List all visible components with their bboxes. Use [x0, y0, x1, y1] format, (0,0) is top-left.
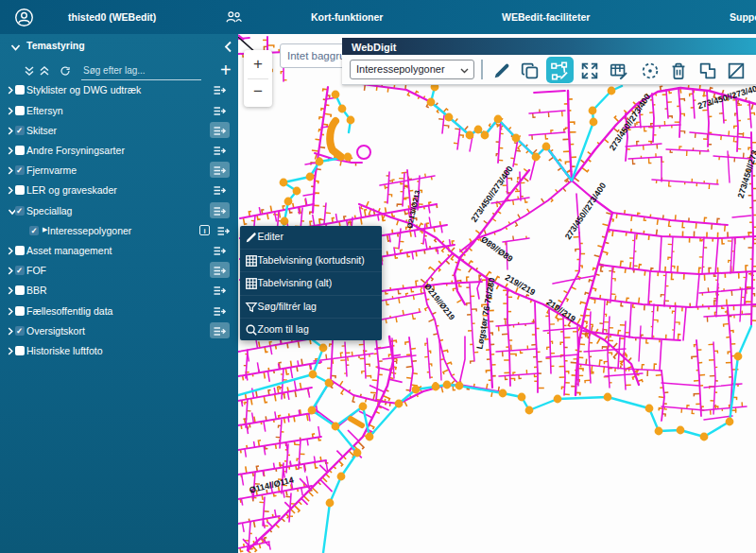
svg-text:Ø89//Ø89: Ø89//Ø89: [479, 234, 514, 264]
svg-text:273/450//273/400: 273/450//273/400: [563, 181, 608, 241]
svg-text:Ø219//Ø219: Ø219//Ø219: [422, 282, 457, 322]
svg-text:219//219: 219//219: [504, 272, 537, 297]
svg-text:273/450//273/400: 273/450//273/400: [608, 92, 652, 152]
svg-text:273/450//273/400: 273/450//273/400: [696, 82, 756, 111]
